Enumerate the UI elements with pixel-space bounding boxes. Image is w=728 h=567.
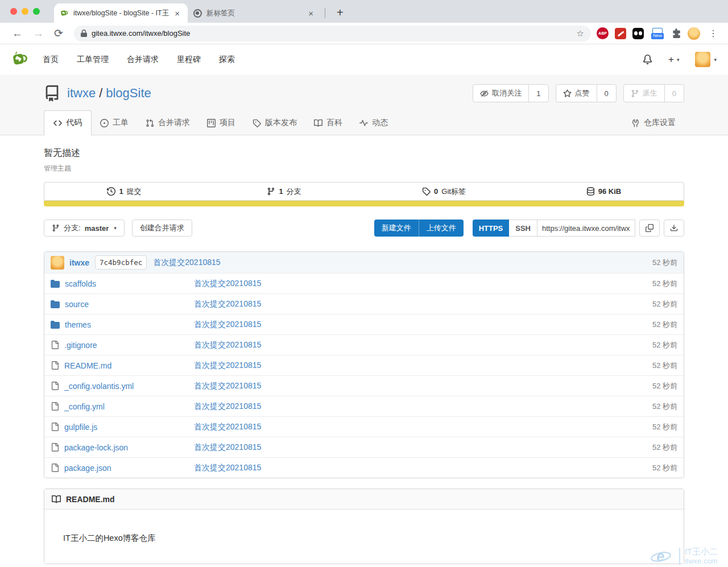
repo-title: itwxe/blogSite <box>67 86 151 101</box>
ssh-button[interactable]: SSH <box>509 220 537 237</box>
https-button[interactable]: HTTPS <box>473 220 510 237</box>
newtab-extension-icon[interactable]: New <box>650 28 665 39</box>
repo-owner-link[interactable]: itwxe <box>67 86 96 100</box>
navbar-right: + ▾ ▾ <box>643 52 717 67</box>
download-button[interactable] <box>664 220 684 237</box>
file-icon <box>51 423 59 431</box>
new-file-button[interactable]: 新建文件 <box>374 220 419 237</box>
navbar-link[interactable]: 里程碑 <box>177 55 201 65</box>
adblock-extension-icon[interactable]: ABP <box>597 27 609 39</box>
tab-code[interactable]: 代码 <box>44 110 92 135</box>
user-menu[interactable]: ▾ <box>695 52 717 67</box>
tab-releases[interactable]: 版本发布 <box>244 111 305 135</box>
chevron-down-icon: ▾ <box>677 57 680 63</box>
file-name-link[interactable]: README.md <box>64 361 111 370</box>
manage-topics-link[interactable]: 管理主题 <box>44 164 684 173</box>
browser-profile-avatar[interactable] <box>688 27 700 40</box>
folder-icon <box>51 279 60 288</box>
reload-icon[interactable]: ⟳ <box>49 27 68 40</box>
chrome-favicon <box>193 9 202 18</box>
file-commit-message-link[interactable]: 首次提交20210815 <box>194 279 261 288</box>
create-pull-request-button[interactable]: 创建合并请求 <box>132 220 192 237</box>
address-bar[interactable]: gitea.itwxe.com/itwxe/blogSite ☆ <box>74 26 591 42</box>
watch-count[interactable]: 1 <box>528 85 548 102</box>
file-commit-message-link[interactable]: 首次提交20210815 <box>194 422 261 431</box>
file-commit-message-link[interactable]: 首次提交20210815 <box>194 361 261 370</box>
stat-commits[interactable]: 1提交 <box>44 183 204 200</box>
star-button[interactable]: 点赞 0 <box>556 84 617 102</box>
file-commit-message-link[interactable]: 首次提交20210815 <box>194 463 261 472</box>
file-commit-message-link[interactable]: 首次提交20210815 <box>194 381 261 390</box>
tab-close-icon[interactable]: × <box>172 9 182 18</box>
file-commit-message-link[interactable]: 首次提交20210815 <box>194 402 261 411</box>
file-name-link[interactable]: themes <box>65 320 91 329</box>
language-statistics-bar[interactable] <box>44 201 684 206</box>
stat-tags[interactable]: 0Git标签 <box>364 183 524 200</box>
stat-branches[interactable]: 1分支 <box>204 183 364 200</box>
copy-url-button[interactable] <box>639 220 660 237</box>
tab-pull-requests[interactable]: 合并请求 <box>137 111 198 135</box>
commit-author-link[interactable]: itwxe <box>69 258 89 267</box>
navbar-link[interactable]: 探索 <box>219 55 235 65</box>
notifications-bell-icon[interactable] <box>643 55 652 64</box>
commit-author-avatar[interactable] <box>51 256 64 270</box>
url-text[interactable]: gitea.itwxe.com/itwxe/blogSite <box>92 29 577 38</box>
forward-icon[interactable]: → <box>28 27 49 40</box>
watermark-logo-icon: e <box>650 547 675 566</box>
file-row: _config.volantis.yml 首次提交20210815 52 秒前 <box>44 375 684 396</box>
browser-menu-icon[interactable]: ⋮ <box>706 28 720 39</box>
tab-close-icon[interactable]: × <box>306 9 316 18</box>
commit-message-link[interactable]: 首次提交20210815 <box>153 258 220 268</box>
unwatch-button[interactable]: 取消关注 1 <box>473 84 548 102</box>
file-name-link[interactable]: _config.yml <box>64 402 105 411</box>
minimize-window-button[interactable] <box>22 8 28 15</box>
upload-file-button[interactable]: 上传文件 <box>419 220 464 237</box>
dark-extension-icon[interactable] <box>632 28 644 39</box>
file-name-link[interactable]: package-lock.json <box>64 443 128 452</box>
browser-tab-active[interactable]: itwxe/blogSite - blogSite - IT王 × <box>54 3 188 23</box>
navbar-link[interactable]: 工单管理 <box>77 55 109 65</box>
tab-projects[interactable]: 项目 <box>198 111 244 135</box>
zoom-window-button[interactable] <box>33 8 40 15</box>
close-window-button[interactable] <box>10 8 17 15</box>
fork-count: 0 <box>664 85 684 102</box>
branch-name: master <box>85 224 109 233</box>
file-commit-message-link[interactable]: 首次提交20210815 <box>194 320 261 329</box>
file-name-link[interactable]: package.json <box>64 463 111 473</box>
tab-activity[interactable]: 动态 <box>351 111 396 135</box>
navbar-link[interactable]: 合并请求 <box>127 55 159 65</box>
tab-issues[interactable]: 工单 <box>92 111 137 135</box>
latest-commit-row: itwxe 7c4b9cbfec 首次提交20210815 52 秒前 <box>44 252 684 273</box>
tab-wiki[interactable]: 百科 <box>305 111 351 135</box>
puzzle-extensions-icon[interactable] <box>671 28 681 39</box>
bookmark-star-icon[interactable]: ☆ <box>577 28 584 39</box>
repo-name-link[interactable]: blogSite <box>106 86 151 100</box>
repo-stats-bar: 1提交 1分支 0Git标签 96 KiB <box>44 182 684 201</box>
fork-button: 派生 0 <box>623 84 684 102</box>
new-tab-button[interactable]: + <box>332 6 348 19</box>
watermark-name: IT王小二 <box>685 547 718 557</box>
file-commit-message-link[interactable]: 首次提交20210815 <box>194 340 261 349</box>
create-new-dropdown[interactable]: + ▾ <box>668 54 679 65</box>
file-name-link[interactable]: scaffolds <box>65 279 96 288</box>
file-name-link[interactable]: .gitignore <box>64 341 97 350</box>
browser-tab-inactive[interactable]: 新标签页 × <box>188 3 321 23</box>
browser-tab-strip: itwxe/blogSite - blogSite - IT王 × 新标签页 ×… <box>0 0 728 23</box>
tab-repo-settings[interactable]: 仓库设置 <box>623 111 684 135</box>
clone-url-input[interactable] <box>537 220 635 237</box>
file-name-link[interactable]: _config.volantis.yml <box>64 382 134 391</box>
file-name-link[interactable]: gulpfile.js <box>64 423 97 432</box>
back-icon[interactable]: ← <box>7 27 28 40</box>
navbar-link[interactable]: 首页 <box>43 55 59 65</box>
gitea-logo-icon[interactable] <box>11 51 29 68</box>
extension-area: ABP New ⋮ <box>597 27 721 40</box>
star-count[interactable]: 0 <box>597 85 616 102</box>
commit-hash-link[interactable]: 7c4b9cbfec <box>95 255 147 270</box>
file-icon <box>51 341 59 349</box>
file-commit-message-link[interactable]: 首次提交20210815 <box>194 299 261 308</box>
file-commit-message-link[interactable]: 首次提交20210815 <box>194 442 261 452</box>
file-name-link[interactable]: source <box>65 300 89 309</box>
wand-extension-icon[interactable] <box>615 28 626 39</box>
file-commit-time: 52 秒前 <box>652 299 677 309</box>
branch-dropdown[interactable]: 分支: master ▾ <box>44 220 125 237</box>
